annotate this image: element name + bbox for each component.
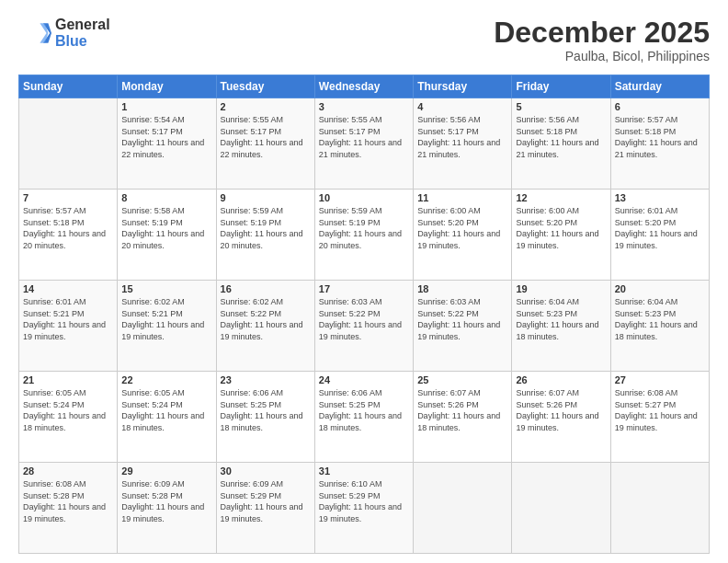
day-info: Sunrise: 6:10 AM Sunset: 5:29 PM Dayligh… [319,478,409,524]
day-cell: 21Sunrise: 6:05 AM Sunset: 5:24 PM Dayli… [19,372,118,463]
col-header-tuesday: Tuesday [216,75,314,98]
day-number: 20 [615,283,705,294]
day-cell: 10Sunrise: 5:59 AM Sunset: 5:19 PM Dayli… [314,190,413,281]
month-title: December 2025 [494,17,710,49]
day-info: Sunrise: 6:09 AM Sunset: 5:29 PM Dayligh… [221,478,311,524]
day-number: 18 [417,283,507,294]
day-number: 22 [121,374,211,385]
day-number: 16 [221,283,311,294]
day-number: 2 [221,101,311,112]
day-info: Sunrise: 6:08 AM Sunset: 5:27 PM Dayligh… [615,387,705,433]
day-number: 28 [23,465,113,477]
day-cell: 5Sunrise: 5:56 AM Sunset: 5:18 PM Daylig… [512,98,610,190]
logo: General Blue [18,17,110,50]
day-cell: 17Sunrise: 6:03 AM Sunset: 5:22 PM Dayli… [314,281,413,372]
day-cell: 23Sunrise: 6:06 AM Sunset: 5:25 PM Dayli… [216,372,314,463]
day-cell [19,98,118,190]
page: General Blue December 2025 Paulba, Bicol… [0,0,728,563]
col-header-thursday: Thursday [414,75,512,98]
day-cell: 4Sunrise: 5:56 AM Sunset: 5:17 PM Daylig… [414,98,512,190]
day-number: 23 [221,374,311,385]
day-info: Sunrise: 6:01 AM Sunset: 5:21 PM Dayligh… [23,296,113,342]
day-info: Sunrise: 6:00 AM Sunset: 5:20 PM Dayligh… [417,205,507,251]
day-info: Sunrise: 6:04 AM Sunset: 5:23 PM Dayligh… [516,296,606,342]
day-cell: 9Sunrise: 5:59 AM Sunset: 5:19 PM Daylig… [216,190,314,281]
logo-icon [18,17,51,50]
day-number: 7 [23,192,113,203]
day-cell: 15Sunrise: 6:02 AM Sunset: 5:21 PM Dayli… [118,281,216,372]
day-number: 6 [615,101,705,112]
day-cell [512,463,610,554]
day-number: 8 [121,192,211,203]
day-number: 19 [516,283,606,294]
day-number: 14 [23,283,113,294]
day-info: Sunrise: 6:07 AM Sunset: 5:26 PM Dayligh… [417,387,507,433]
day-info: Sunrise: 5:55 AM Sunset: 5:17 PM Dayligh… [319,114,409,160]
week-row-0: 1Sunrise: 5:54 AM Sunset: 5:17 PM Daylig… [19,98,710,190]
col-header-saturday: Saturday [610,75,709,98]
day-number: 15 [121,283,211,294]
week-row-4: 28Sunrise: 6:08 AM Sunset: 5:28 PM Dayli… [19,463,710,554]
col-header-monday: Monday [118,75,216,98]
day-number: 24 [319,374,409,385]
day-info: Sunrise: 6:04 AM Sunset: 5:23 PM Dayligh… [615,296,705,342]
day-number: 3 [319,101,409,112]
day-info: Sunrise: 6:01 AM Sunset: 5:20 PM Dayligh… [615,205,705,251]
day-info: Sunrise: 6:06 AM Sunset: 5:25 PM Dayligh… [319,387,409,433]
day-info: Sunrise: 6:08 AM Sunset: 5:28 PM Dayligh… [23,478,113,524]
day-cell: 20Sunrise: 6:04 AM Sunset: 5:23 PM Dayli… [610,281,709,372]
logo-general: General [55,17,110,33]
day-info: Sunrise: 6:05 AM Sunset: 5:24 PM Dayligh… [121,387,211,433]
day-cell: 1Sunrise: 5:54 AM Sunset: 5:17 PM Daylig… [118,98,216,190]
day-cell: 14Sunrise: 6:01 AM Sunset: 5:21 PM Dayli… [19,281,118,372]
day-number: 5 [516,101,606,112]
day-cell: 3Sunrise: 5:55 AM Sunset: 5:17 PM Daylig… [314,98,413,190]
day-cell: 28Sunrise: 6:08 AM Sunset: 5:28 PM Dayli… [19,463,118,554]
day-info: Sunrise: 6:06 AM Sunset: 5:25 PM Dayligh… [221,387,311,433]
logo-blue: Blue [55,33,110,50]
day-cell [414,463,512,554]
day-cell: 11Sunrise: 6:00 AM Sunset: 5:20 PM Dayli… [414,190,512,281]
day-info: Sunrise: 5:56 AM Sunset: 5:18 PM Dayligh… [516,114,606,160]
day-number: 30 [221,465,311,477]
day-cell: 31Sunrise: 6:10 AM Sunset: 5:29 PM Dayli… [314,463,413,554]
logo-text: General Blue [55,17,110,49]
day-cell: 18Sunrise: 6:03 AM Sunset: 5:22 PM Dayli… [414,281,512,372]
col-header-sunday: Sunday [19,75,118,98]
day-cell: 16Sunrise: 6:02 AM Sunset: 5:22 PM Dayli… [216,281,314,372]
day-number: 21 [23,374,113,385]
day-info: Sunrise: 5:58 AM Sunset: 5:19 PM Dayligh… [121,205,211,251]
day-number: 17 [319,283,409,294]
day-cell: 6Sunrise: 5:57 AM Sunset: 5:18 PM Daylig… [610,98,709,190]
day-info: Sunrise: 5:55 AM Sunset: 5:17 PM Dayligh… [221,114,311,160]
day-cell: 30Sunrise: 6:09 AM Sunset: 5:29 PM Dayli… [216,463,314,554]
day-info: Sunrise: 6:00 AM Sunset: 5:20 PM Dayligh… [516,205,606,251]
week-row-1: 7Sunrise: 5:57 AM Sunset: 5:18 PM Daylig… [19,190,710,281]
day-info: Sunrise: 5:57 AM Sunset: 5:18 PM Dayligh… [23,205,113,251]
day-number: 4 [417,101,507,112]
day-info: Sunrise: 5:59 AM Sunset: 5:19 PM Dayligh… [221,205,311,251]
day-number: 27 [615,374,705,385]
day-info: Sunrise: 6:03 AM Sunset: 5:22 PM Dayligh… [417,296,507,342]
day-cell: 8Sunrise: 5:58 AM Sunset: 5:19 PM Daylig… [118,190,216,281]
day-info: Sunrise: 6:05 AM Sunset: 5:24 PM Dayligh… [23,387,113,433]
col-header-friday: Friday [512,75,610,98]
day-info: Sunrise: 6:02 AM Sunset: 5:21 PM Dayligh… [121,296,211,342]
day-cell: 2Sunrise: 5:55 AM Sunset: 5:17 PM Daylig… [216,98,314,190]
day-number: 26 [516,374,606,385]
day-cell: 29Sunrise: 6:09 AM Sunset: 5:28 PM Dayli… [118,463,216,554]
day-info: Sunrise: 6:02 AM Sunset: 5:22 PM Dayligh… [221,296,311,342]
day-number: 31 [319,465,409,477]
day-cell: 12Sunrise: 6:00 AM Sunset: 5:20 PM Dayli… [512,190,610,281]
day-cell: 24Sunrise: 6:06 AM Sunset: 5:25 PM Dayli… [314,372,413,463]
calendar-header: SundayMondayTuesdayWednesdayThursdayFrid… [19,75,710,98]
header: General Blue December 2025 Paulba, Bicol… [18,17,710,63]
day-number: 25 [417,374,507,385]
day-info: Sunrise: 6:07 AM Sunset: 5:26 PM Dayligh… [516,387,606,433]
location-subtitle: Paulba, Bicol, Philippines [494,49,710,63]
day-cell: 25Sunrise: 6:07 AM Sunset: 5:26 PM Dayli… [414,372,512,463]
day-info: Sunrise: 6:09 AM Sunset: 5:28 PM Dayligh… [121,478,211,524]
day-info: Sunrise: 5:54 AM Sunset: 5:17 PM Dayligh… [121,114,211,160]
day-cell: 26Sunrise: 6:07 AM Sunset: 5:26 PM Dayli… [512,372,610,463]
day-number: 13 [615,192,705,203]
